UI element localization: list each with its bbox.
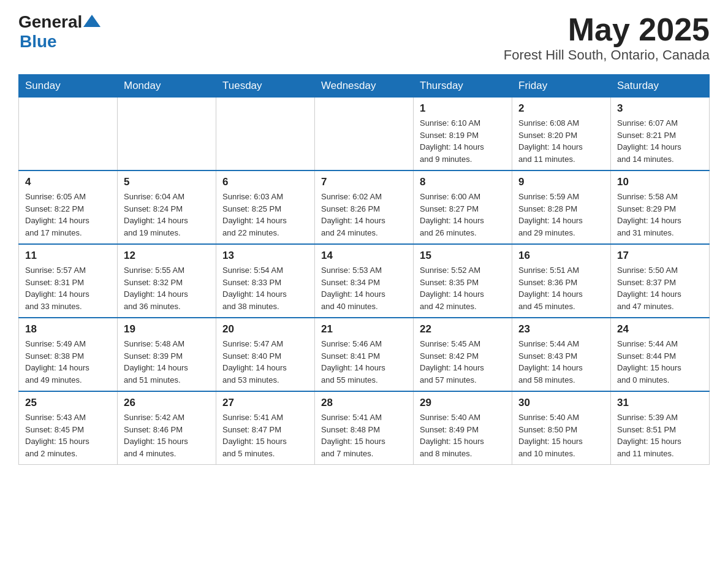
- calendar-location: Forest Hill South, Ontario, Canada: [504, 47, 710, 63]
- day-number: 9: [518, 176, 604, 188]
- calendar-cell: 4Sunrise: 6:05 AM Sunset: 8:22 PM Daylig…: [19, 170, 118, 244]
- calendar-cell: 21Sunrise: 5:46 AM Sunset: 8:41 PM Dayli…: [315, 318, 414, 391]
- calendar-table: SundayMondayTuesdayWednesdayThursdayFrid…: [18, 74, 710, 465]
- day-info: Sunrise: 6:05 AM Sunset: 8:22 PM Dayligh…: [25, 191, 111, 239]
- day-number: 12: [124, 250, 210, 262]
- calendar-cell: 18Sunrise: 5:49 AM Sunset: 8:38 PM Dayli…: [19, 318, 118, 391]
- calendar-cell: [19, 98, 118, 171]
- weekday-header-wednesday: Wednesday: [315, 75, 414, 98]
- calendar-cell: 7Sunrise: 6:02 AM Sunset: 8:26 PM Daylig…: [315, 170, 414, 244]
- weekday-header-saturday: Saturday: [611, 75, 710, 98]
- logo-general: General: [18, 12, 82, 32]
- day-number: 5: [124, 176, 210, 188]
- day-info: Sunrise: 5:47 AM Sunset: 8:40 PM Dayligh…: [222, 338, 308, 386]
- day-number: 16: [518, 250, 604, 262]
- logo-triangle-icon: [83, 12, 100, 29]
- calendar-cell: 9Sunrise: 5:59 AM Sunset: 8:28 PM Daylig…: [512, 170, 611, 244]
- day-info: Sunrise: 5:40 AM Sunset: 8:50 PM Dayligh…: [518, 412, 604, 459]
- calendar-cell: 13Sunrise: 5:54 AM Sunset: 8:33 PM Dayli…: [216, 244, 315, 318]
- day-info: Sunrise: 5:53 AM Sunset: 8:34 PM Dayligh…: [321, 264, 407, 312]
- day-number: 6: [222, 176, 308, 188]
- day-info: Sunrise: 6:08 AM Sunset: 8:20 PM Dayligh…: [518, 117, 604, 165]
- calendar-cell: [118, 98, 216, 171]
- day-number: 3: [617, 102, 703, 115]
- day-info: Sunrise: 6:03 AM Sunset: 8:25 PM Dayligh…: [222, 191, 308, 239]
- calendar-cell: 17Sunrise: 5:50 AM Sunset: 8:37 PM Dayli…: [611, 244, 710, 318]
- day-number: 14: [321, 250, 407, 262]
- logo: General Blue: [18, 12, 100, 52]
- day-info: Sunrise: 5:41 AM Sunset: 8:48 PM Dayligh…: [321, 412, 407, 459]
- calendar-cell: 1Sunrise: 6:10 AM Sunset: 8:19 PM Daylig…: [414, 98, 512, 171]
- day-info: Sunrise: 6:10 AM Sunset: 8:19 PM Dayligh…: [420, 117, 506, 165]
- day-info: Sunrise: 6:02 AM Sunset: 8:26 PM Dayligh…: [321, 191, 407, 239]
- calendar-cell: 16Sunrise: 5:51 AM Sunset: 8:36 PM Dayli…: [512, 244, 611, 318]
- calendar-cell: 24Sunrise: 5:44 AM Sunset: 8:44 PM Dayli…: [611, 318, 710, 391]
- day-number: 15: [420, 250, 506, 262]
- calendar-week-2: 4Sunrise: 6:05 AM Sunset: 8:22 PM Daylig…: [19, 170, 710, 244]
- day-number: 26: [124, 397, 210, 409]
- day-info: Sunrise: 5:55 AM Sunset: 8:32 PM Dayligh…: [124, 264, 210, 312]
- calendar-cell: [216, 98, 315, 171]
- weekday-header-friday: Friday: [512, 75, 611, 98]
- calendar-cell: 28Sunrise: 5:41 AM Sunset: 8:48 PM Dayli…: [315, 391, 414, 465]
- day-info: Sunrise: 6:07 AM Sunset: 8:21 PM Dayligh…: [617, 117, 703, 165]
- day-number: 29: [420, 397, 506, 409]
- day-number: 4: [25, 176, 111, 188]
- day-number: 30: [518, 397, 604, 409]
- calendar-cell: 5Sunrise: 6:04 AM Sunset: 8:24 PM Daylig…: [118, 170, 216, 244]
- calendar-cell: 29Sunrise: 5:40 AM Sunset: 8:49 PM Dayli…: [414, 391, 512, 465]
- calendar-cell: 26Sunrise: 5:42 AM Sunset: 8:46 PM Dayli…: [118, 391, 216, 465]
- day-info: Sunrise: 5:39 AM Sunset: 8:51 PM Dayligh…: [617, 412, 703, 459]
- calendar-header-row: SundayMondayTuesdayWednesdayThursdayFrid…: [19, 75, 710, 98]
- day-number: 7: [321, 176, 407, 188]
- calendar-cell: 11Sunrise: 5:57 AM Sunset: 8:31 PM Dayli…: [19, 244, 118, 318]
- calendar-cell: 14Sunrise: 5:53 AM Sunset: 8:34 PM Dayli…: [315, 244, 414, 318]
- day-info: Sunrise: 5:54 AM Sunset: 8:33 PM Dayligh…: [222, 264, 308, 312]
- calendar-cell: 10Sunrise: 5:58 AM Sunset: 8:29 PM Dayli…: [611, 170, 710, 244]
- calendar-cell: 20Sunrise: 5:47 AM Sunset: 8:40 PM Dayli…: [216, 318, 315, 391]
- day-info: Sunrise: 5:41 AM Sunset: 8:47 PM Dayligh…: [222, 412, 308, 459]
- calendar-cell: 8Sunrise: 6:00 AM Sunset: 8:27 PM Daylig…: [414, 170, 512, 244]
- calendar-cell: 15Sunrise: 5:52 AM Sunset: 8:35 PM Dayli…: [414, 244, 512, 318]
- day-info: Sunrise: 5:57 AM Sunset: 8:31 PM Dayligh…: [25, 264, 111, 312]
- day-info: Sunrise: 5:44 AM Sunset: 8:44 PM Dayligh…: [617, 338, 703, 386]
- day-info: Sunrise: 5:45 AM Sunset: 8:42 PM Dayligh…: [420, 338, 506, 386]
- weekday-header-sunday: Sunday: [19, 75, 118, 98]
- day-number: 21: [321, 323, 407, 335]
- day-info: Sunrise: 5:58 AM Sunset: 8:29 PM Dayligh…: [617, 191, 703, 239]
- calendar-cell: 25Sunrise: 5:43 AM Sunset: 8:45 PM Dayli…: [19, 391, 118, 465]
- calendar-cell: 31Sunrise: 5:39 AM Sunset: 8:51 PM Dayli…: [611, 391, 710, 465]
- calendar-cell: 6Sunrise: 6:03 AM Sunset: 8:25 PM Daylig…: [216, 170, 315, 244]
- day-info: Sunrise: 5:44 AM Sunset: 8:43 PM Dayligh…: [518, 338, 604, 386]
- calendar-week-1: 1Sunrise: 6:10 AM Sunset: 8:19 PM Daylig…: [19, 98, 710, 171]
- calendar-cell: 2Sunrise: 6:08 AM Sunset: 8:20 PM Daylig…: [512, 98, 611, 171]
- calendar-cell: [315, 98, 414, 171]
- day-info: Sunrise: 5:40 AM Sunset: 8:49 PM Dayligh…: [420, 412, 506, 459]
- day-number: 19: [124, 323, 210, 335]
- day-info: Sunrise: 5:46 AM Sunset: 8:41 PM Dayligh…: [321, 338, 407, 386]
- day-info: Sunrise: 5:43 AM Sunset: 8:45 PM Dayligh…: [25, 412, 111, 459]
- day-number: 31: [617, 397, 703, 409]
- logo-blue: Blue: [20, 32, 57, 52]
- calendar-cell: 3Sunrise: 6:07 AM Sunset: 8:21 PM Daylig…: [611, 98, 710, 171]
- day-info: Sunrise: 5:52 AM Sunset: 8:35 PM Dayligh…: [420, 264, 506, 312]
- day-number: 10: [617, 176, 703, 188]
- svg-marker-0: [83, 15, 100, 27]
- day-number: 8: [420, 176, 506, 188]
- day-number: 2: [518, 102, 604, 115]
- page-header: General Blue May 2025 Forest Hill South,…: [18, 12, 710, 63]
- day-info: Sunrise: 5:49 AM Sunset: 8:38 PM Dayligh…: [25, 338, 111, 386]
- weekday-header-monday: Monday: [118, 75, 216, 98]
- day-number: 1: [420, 102, 506, 115]
- calendar-week-4: 18Sunrise: 5:49 AM Sunset: 8:38 PM Dayli…: [19, 318, 710, 391]
- calendar-week-3: 11Sunrise: 5:57 AM Sunset: 8:31 PM Dayli…: [19, 244, 710, 318]
- day-number: 11: [25, 250, 111, 262]
- calendar-cell: 22Sunrise: 5:45 AM Sunset: 8:42 PM Dayli…: [414, 318, 512, 391]
- day-info: Sunrise: 6:04 AM Sunset: 8:24 PM Dayligh…: [124, 191, 210, 239]
- day-number: 24: [617, 323, 703, 335]
- day-info: Sunrise: 5:51 AM Sunset: 8:36 PM Dayligh…: [518, 264, 604, 312]
- day-number: 17: [617, 250, 703, 262]
- calendar-cell: 27Sunrise: 5:41 AM Sunset: 8:47 PM Dayli…: [216, 391, 315, 465]
- day-number: 22: [420, 323, 506, 335]
- calendar-cell: 23Sunrise: 5:44 AM Sunset: 8:43 PM Dayli…: [512, 318, 611, 391]
